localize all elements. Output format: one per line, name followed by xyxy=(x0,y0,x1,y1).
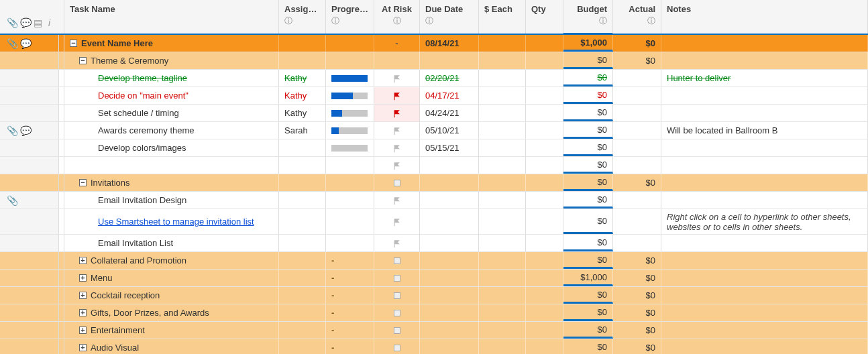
cell-qty[interactable] xyxy=(526,209,563,234)
cell-duedate[interactable]: 04/24/21 xyxy=(420,105,479,121)
cell-qty[interactable] xyxy=(526,139,563,156)
cell-each[interactable] xyxy=(479,209,526,234)
cell-each[interactable] xyxy=(479,70,526,86)
cell-notes[interactable] xyxy=(661,304,868,321)
cell-progress[interactable] xyxy=(326,105,374,121)
expand-icon[interactable]: + xyxy=(79,274,87,282)
cell-task[interactable]: +Collateral and Promotion xyxy=(64,252,279,269)
cell-atrisk[interactable] xyxy=(374,270,420,286)
expand-icon[interactable]: + xyxy=(79,344,87,351)
cell-notes[interactable] xyxy=(661,235,868,251)
cell-notes[interactable] xyxy=(661,339,868,354)
cell-budget[interactable]: $0 xyxy=(563,339,613,354)
cell-assign[interactable] xyxy=(279,157,326,174)
cell-task[interactable]: +Audio Visual xyxy=(64,339,279,354)
cell-progress[interactable] xyxy=(326,122,374,139)
cell-notes[interactable]: Right click on a cell to hyperlink to ot… xyxy=(661,209,868,234)
cell-budget[interactable]: $1,000 xyxy=(563,270,613,286)
cell-qty[interactable] xyxy=(526,122,563,139)
cell-notes[interactable] xyxy=(661,287,868,304)
cell-assign[interactable] xyxy=(279,252,326,269)
cell-task[interactable]: +Menu xyxy=(64,270,279,286)
cell-duedate[interactable] xyxy=(420,287,479,304)
table-row[interactable]: 📎💬−Event Name Here-08/14/21$1,000$0 xyxy=(0,35,868,52)
table-row[interactable]: +Gifts, Door Prizes, and Awards-$0$0 xyxy=(0,304,868,322)
cell-atrisk[interactable] xyxy=(374,105,420,121)
cell-qty[interactable] xyxy=(526,252,563,269)
cell-assign[interactable] xyxy=(279,192,326,209)
cell-task[interactable]: Awards ceremony theme xyxy=(64,122,279,139)
cell-actual[interactable]: $0 xyxy=(613,287,661,304)
cell-assign[interactable]: Sarah xyxy=(279,122,326,139)
cell-actual[interactable] xyxy=(613,87,661,104)
cell-actual[interactable]: $0 xyxy=(613,322,661,339)
cell-each[interactable] xyxy=(479,235,526,251)
cell-progress[interactable] xyxy=(326,52,374,69)
table-row[interactable]: Set schedule / timingKathy04/24/21$0 xyxy=(0,105,868,122)
cell-qty[interactable] xyxy=(526,157,563,174)
cell-each[interactable] xyxy=(479,105,526,121)
cell-atrisk[interactable] xyxy=(374,339,420,354)
cell-qty[interactable] xyxy=(526,192,563,209)
cell-progress[interactable] xyxy=(326,235,374,251)
table-row[interactable]: $0 xyxy=(0,157,868,174)
cell-qty[interactable] xyxy=(526,270,563,286)
column-header-budget[interactable]: Budget ⓘ xyxy=(563,0,613,34)
cell-duedate[interactable] xyxy=(420,339,479,354)
cell-assign[interactable] xyxy=(279,287,326,304)
cell-duedate[interactable]: 05/15/21 xyxy=(420,139,479,156)
cell-progress[interactable] xyxy=(326,209,374,234)
cell-atrisk[interactable]: - xyxy=(374,35,420,52)
cell-duedate[interactable] xyxy=(420,52,479,69)
cell-task[interactable]: +Entertainment xyxy=(64,322,279,339)
cell-task[interactable]: −Theme & Ceremony xyxy=(64,52,279,69)
cell-notes[interactable] xyxy=(661,174,868,191)
cell-budget[interactable]: $0 xyxy=(563,209,613,234)
cell-progress[interactable] xyxy=(326,70,374,86)
cell-notes[interactable] xyxy=(661,252,868,269)
cell-task[interactable]: Set schedule / timing xyxy=(64,105,279,121)
table-row[interactable]: Develop theme, taglineKathy02/20/21$0Hun… xyxy=(0,70,868,87)
cell-atrisk[interactable] xyxy=(374,174,420,191)
cell-task[interactable]: +Cocktail reception xyxy=(64,287,279,304)
cell-notes[interactable] xyxy=(661,87,868,104)
table-row[interactable]: +Audio Visual-$0$0 xyxy=(0,339,868,354)
cell-actual[interactable]: $0 xyxy=(613,339,661,354)
cell-actual[interactable] xyxy=(613,122,661,139)
cell-duedate[interactable] xyxy=(420,270,479,286)
cell-each[interactable] xyxy=(479,192,526,209)
column-header-actual[interactable]: Actual ⓘ xyxy=(613,0,661,34)
cell-each[interactable] xyxy=(479,304,526,321)
cell-assign[interactable] xyxy=(279,270,326,286)
cell-progress[interactable]: - xyxy=(326,287,374,304)
table-row[interactable]: Develop colors/images05/15/21$0 xyxy=(0,139,868,157)
table-row[interactable]: −Theme & Ceremony$0$0 xyxy=(0,52,868,70)
cell-atrisk[interactable] xyxy=(374,209,420,234)
cell-task[interactable]: Email Invitation Design xyxy=(64,192,279,209)
cell-actual[interactable] xyxy=(613,192,661,209)
cell-atrisk[interactable] xyxy=(374,122,420,139)
cell-task[interactable]: Develop theme, tagline xyxy=(64,70,279,86)
table-row[interactable]: +Cocktail reception-$0$0 xyxy=(0,287,868,304)
cell-budget[interactable]: $0 xyxy=(563,122,613,139)
cell-budget[interactable]: $0 xyxy=(563,139,613,156)
cell-duedate[interactable] xyxy=(420,157,479,174)
cell-task[interactable]: −Invitations xyxy=(64,174,279,191)
cell-notes[interactable] xyxy=(661,35,868,52)
expand-icon[interactable]: + xyxy=(79,327,87,334)
cell-actual[interactable] xyxy=(613,157,661,174)
cell-notes[interactable] xyxy=(661,52,868,69)
cell-budget[interactable]: $0 xyxy=(563,105,613,121)
cell-notes[interactable] xyxy=(661,139,868,156)
cell-duedate[interactable]: 02/20/21 xyxy=(420,70,479,86)
cell-notes[interactable]: Will be located in Ballroom B xyxy=(661,122,868,139)
attachment-icon[interactable]: 📎 xyxy=(7,125,16,136)
cell-assign[interactable] xyxy=(279,174,326,191)
cell-assign[interactable] xyxy=(279,35,326,52)
cell-qty[interactable] xyxy=(526,52,563,69)
cell-notes[interactable] xyxy=(661,157,868,174)
cell-progress[interactable] xyxy=(326,192,374,209)
cell-task[interactable]: Develop colors/images xyxy=(64,139,279,156)
cell-assign[interactable]: Kathy xyxy=(279,87,326,104)
cell-each[interactable] xyxy=(479,252,526,269)
